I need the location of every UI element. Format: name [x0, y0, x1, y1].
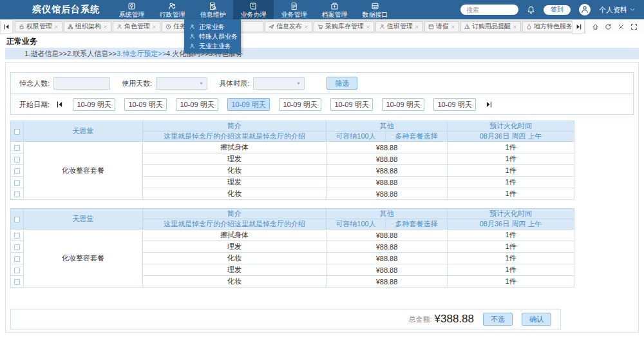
hall-table: 天恩堂简介其他预计火化时间这里就是悼念厅的介绍这里就是悼念厅的介绍可容纳100人… [10, 121, 574, 200]
clock-icon [166, 24, 171, 30]
confirm-button[interactable]: 确认 [522, 313, 551, 326]
item-checkbox[interactable] [14, 191, 20, 197]
profile-menu[interactable]: 个人资料 [599, 5, 635, 15]
caret-down-icon [199, 81, 204, 86]
home-icon[interactable] [592, 23, 599, 30]
close-icon[interactable] [152, 25, 156, 29]
avatar[interactable] [579, 4, 591, 15]
filter-button[interactable]: 筛选 [327, 77, 357, 90]
main-panel: 悼念人数: 使用天数: 具体时辰: 筛选 开始日期: 10-09 明天10-09… [5, 62, 639, 333]
tab-info-publish-label: 信息发布 [276, 22, 302, 31]
tab-org-structure-label: 组织架构 [75, 22, 101, 31]
close-icon[interactable] [54, 25, 59, 29]
nav-business-handling[interactable]: 业务办理 [233, 0, 274, 19]
search-input[interactable] [460, 5, 518, 15]
menu-item-normal-business[interactable]: 正常业务 [184, 22, 241, 32]
cremation-time: 08月36日 周四 上午 [448, 219, 574, 230]
item-name: 化妆 [143, 188, 327, 200]
item-qty: 1件 [448, 153, 574, 165]
dates-scroll-left-icon[interactable] [56, 101, 64, 108]
archive-icon [330, 2, 339, 10]
menu-item-no-owner-business[interactable]: 无业主业务 [184, 41, 241, 51]
date-option[interactable]: 10-09 明天 [73, 98, 115, 111]
hall-select-checkbox[interactable] [14, 217, 20, 222]
window-controls [585, 19, 644, 34]
item-price: ¥88.88 [327, 142, 448, 153]
item-checkbox[interactable] [14, 233, 20, 239]
item-checkbox[interactable] [14, 145, 20, 151]
item-checkbox[interactable] [14, 256, 20, 262]
item-checkbox[interactable] [14, 279, 20, 285]
mourners-label: 悼念人数: [19, 79, 50, 88]
date-option[interactable]: 10-09 明天 [382, 98, 424, 111]
item-price: ¥88.88 [327, 230, 448, 241]
close-icon[interactable] [366, 25, 370, 29]
hall-select-checkbox[interactable] [14, 129, 20, 135]
nav-administration[interactable]: 行政管理 [152, 0, 193, 19]
date-option[interactable]: 10-09 明天 [433, 98, 476, 111]
date-option[interactable]: 10-09 明天 [330, 98, 373, 111]
item-price: ¥88.88 [327, 264, 448, 276]
item-qty: 1件 [448, 264, 574, 276]
tab-leave[interactable]: 请假 [424, 21, 459, 32]
nav-administration-label: 行政管理 [160, 12, 185, 18]
page-title: 正常业务 [6, 36, 37, 47]
close-icon[interactable] [451, 25, 455, 29]
tab-local-special-service[interactable]: 地方特色服务 [522, 21, 572, 32]
nav-info-maintenance[interactable]: 信息维护 [193, 0, 233, 19]
close-icon[interactable] [513, 25, 517, 29]
close-icon[interactable] [304, 25, 308, 29]
date-option[interactable]: 10-09 明天 [279, 98, 321, 111]
item-checkbox[interactable] [14, 157, 20, 162]
item-name: 化妆 [143, 165, 327, 177]
item-checkbox[interactable] [14, 268, 20, 273]
tab-role-management[interactable]: 角色管理 [113, 21, 160, 32]
nav-archive-management[interactable]: 档案管理 [314, 0, 355, 19]
tab-local-special-service-label: 地方特色服务 [534, 22, 572, 31]
time-label: 具体时辰: [219, 79, 249, 88]
date-option[interactable]: 10-09 明天 [124, 98, 167, 111]
menu-item-special-group-business[interactable]: 特殊人群业务 [184, 32, 241, 41]
refresh-icon[interactable] [605, 23, 612, 30]
close-icon[interactable] [618, 23, 625, 30]
tabs-scroll-left-icon[interactable] [0, 19, 13, 34]
hall-capacity: 可容纳100人 [327, 219, 386, 230]
business-dropdown-menu: 正常业务特殊人群业务无业主业务 [184, 19, 241, 54]
cremation-column-header: 预计火化时间 [448, 121, 574, 132]
nav-business-management[interactable]: 业务管理 [274, 0, 314, 19]
item-name: 理发 [143, 153, 327, 165]
item-checkbox[interactable] [14, 168, 20, 174]
item-checkbox[interactable] [14, 244, 20, 250]
tab-duty-management[interactable]: 值班管理 [375, 21, 423, 32]
tab-procurement-inventory[interactable]: 采购库存管理 [314, 21, 374, 32]
tabs-scroll-right-icon[interactable] [572, 19, 585, 34]
bell-icon[interactable] [527, 6, 535, 14]
days-select[interactable] [156, 77, 207, 90]
hall-capacity: 可容纳100人 [327, 132, 386, 142]
close-icon[interactable] [103, 25, 108, 29]
tab-supplies-reminder-label: 订购用品提醒 [472, 22, 511, 31]
close-icon[interactable] [415, 25, 419, 29]
tab-permission-management[interactable]: 权限管理 [15, 21, 62, 32]
filter-row: 悼念人数: 使用天数: 具体时辰: 筛选 [11, 73, 633, 94]
time-select[interactable] [253, 77, 305, 90]
hall-name: 天恩堂 [24, 209, 143, 230]
person-icon [189, 24, 195, 30]
item-checkbox[interactable] [14, 180, 20, 186]
mourners-input[interactable] [53, 77, 110, 90]
nav-system-management[interactable]: 系统管理 [111, 0, 152, 19]
header-right: 签到 个人资料 [460, 0, 644, 19]
checkin-button[interactable]: 签到 [544, 5, 571, 15]
date-option[interactable]: 10-09 明天 [176, 98, 218, 111]
nav-data-interface[interactable]: 数据接口 [355, 0, 395, 19]
tab-supplies-reminder[interactable]: 订购用品提醒 [460, 21, 521, 32]
tab-org-structure[interactable]: 组织架构 [64, 21, 111, 32]
days-label: 使用天数: [122, 79, 152, 88]
total-label: 总金额: [408, 315, 431, 324]
date-row: 开始日期: 10-09 明天10-09 明天10-09 明天10-09 明天10… [11, 94, 633, 115]
expand-icon[interactable] [630, 23, 638, 30]
date-option-selected[interactable]: 10-09 明天 [227, 98, 270, 111]
tab-info-publish[interactable]: 信息发布 [265, 21, 312, 32]
dates-scroll-right-icon[interactable] [485, 101, 493, 108]
skip-button[interactable]: 不选 [483, 313, 513, 326]
